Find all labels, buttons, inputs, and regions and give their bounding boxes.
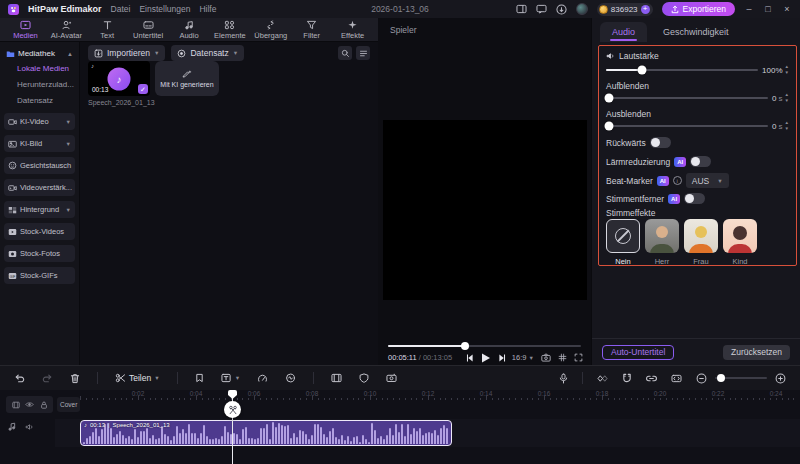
cover-clip[interactable]: Cover — [57, 397, 80, 412]
voice-effect-herr[interactable]: Herr — [645, 219, 679, 266]
generate-with-ai-button[interactable]: Mit KI generieren — [155, 61, 219, 96]
coin-balance[interactable]: 836923 + — [597, 3, 653, 16]
sidebar-item-lokale-medien[interactable]: Lokale Medien — [4, 60, 75, 76]
user-avatar[interactable] — [576, 3, 588, 15]
sidebar-item-ki-video[interactable]: KI-Video ▼ — [4, 113, 75, 130]
export-button[interactable]: Exportieren — [662, 2, 735, 16]
fit-timeline-icon[interactable] — [671, 374, 682, 383]
audio-denoise-icon[interactable] — [285, 373, 296, 383]
tab-elemente[interactable]: Elemente — [209, 19, 250, 40]
sidebar-item-videoverstaerker[interactable]: Videoverstärk... ▼ — [4, 179, 75, 196]
tab-audio[interactable]: Audio — [169, 19, 210, 40]
menu-datei[interactable]: Datei — [111, 4, 131, 14]
info-icon[interactable]: i — [673, 176, 682, 185]
datensatz-button[interactable]: Datensatz ▼ — [171, 45, 244, 61]
sidebar-item-gesichtstausch[interactable]: Gesichtstausch ▼ — [4, 157, 75, 174]
extract-frame-icon[interactable] — [331, 373, 342, 383]
minimize-button[interactable]: – — [744, 4, 754, 14]
microphone-icon[interactable] — [559, 373, 568, 384]
record-icon[interactable] — [386, 373, 397, 383]
volume-slider[interactable] — [606, 69, 758, 72]
keyframe-icon[interactable] — [597, 374, 608, 383]
stepper-arrows-icon[interactable]: ▲▼ — [785, 121, 789, 131]
maximize-button[interactable]: □ — [763, 4, 773, 14]
toggle-visibility-icon[interactable] — [25, 401, 34, 408]
noise-reduction-toggle[interactable] — [690, 156, 711, 167]
sidebar-item-herunterzuladen[interactable]: Herunterzulad... — [4, 76, 75, 92]
timeline-zoom-slider[interactable] — [715, 377, 767, 379]
voice-effect-kind[interactable]: Kind — [723, 219, 757, 266]
sidebar-item-stock-gifs[interactable]: GIF Stock-GIFs — [4, 267, 75, 284]
feedback-icon[interactable] — [536, 4, 547, 14]
timeline-ruler[interactable]: 0:020:040:060:080:100:120:140:160:180:20… — [0, 390, 800, 400]
add-coins-icon[interactable]: + — [641, 5, 650, 14]
tab-audio-settings[interactable]: Audio — [600, 22, 647, 42]
download-icon[interactable] — [556, 4, 567, 15]
next-frame-icon[interactable] — [498, 354, 505, 362]
tab-medien[interactable]: Medien — [5, 19, 46, 40]
snapshot-icon[interactable] — [541, 353, 551, 362]
redo-icon[interactable] — [42, 373, 53, 383]
tab-effekte[interactable]: Effekte — [332, 19, 373, 40]
prev-frame-icon[interactable] — [466, 354, 473, 362]
tab-untertitel[interactable]: Untertitel — [128, 19, 169, 40]
sidebar-item-ki-bild[interactable]: KI-Bild ▼ — [4, 135, 75, 152]
mute-track-icon[interactable] — [25, 423, 34, 431]
zoom-knob[interactable] — [717, 374, 725, 382]
audio-media-item[interactable]: ♪ ♪ 00:13 ✓ — [88, 61, 150, 96]
list-view-icon[interactable] — [356, 46, 370, 60]
aspect-ratio-select[interactable]: 16:9 ▼ — [512, 353, 534, 362]
sidebar-item-hintergrund[interactable]: Hintergrund ▼ — [4, 201, 75, 218]
reverse-toggle[interactable] — [650, 137, 671, 148]
seek-handle[interactable] — [461, 342, 469, 350]
fade-out-slider[interactable] — [606, 125, 768, 128]
tab-uebergang[interactable]: Übergang — [250, 19, 291, 40]
current-time: 00:05:11 — [388, 353, 417, 362]
fullscreen-icon[interactable] — [574, 353, 583, 362]
layout-icon[interactable] — [516, 4, 527, 14]
import-button[interactable]: Importieren ▼ — [88, 45, 165, 61]
split-button[interactable]: Teilen ▼ — [115, 373, 160, 383]
undo-icon[interactable] — [14, 373, 25, 383]
tab-geschwindigkeit[interactable]: Geschwindigkeit — [651, 22, 741, 42]
menu-hilfe[interactable]: Hilfe — [199, 4, 216, 14]
search-icon[interactable] — [338, 46, 352, 60]
auto-subtitle-button[interactable]: Auto-Untertitel — [602, 345, 674, 360]
voice-effect-none[interactable]: Nein — [606, 219, 640, 266]
grid-icon[interactable] — [558, 353, 567, 362]
seek-bar[interactable] — [388, 345, 581, 347]
play-icon[interactable] — [481, 353, 490, 363]
stepper-arrows-icon[interactable]: ▲▼ — [785, 65, 789, 75]
zoom-in-icon[interactable] — [775, 373, 786, 384]
sidebar-item-mediathek[interactable]: Mediathek ▲ — [4, 47, 75, 60]
fade-out-stepper[interactable]: 0 s ▲▼ — [772, 121, 789, 131]
volume-stepper[interactable]: 100% ▲▼ — [762, 65, 789, 75]
lock-track-icon[interactable] — [40, 401, 48, 409]
speed-icon[interactable] — [257, 373, 268, 383]
sidebar-item-stock-fotos[interactable]: Stock-Fotos — [4, 245, 75, 262]
split-cursor-icon[interactable] — [224, 401, 241, 418]
tab-ai-avatar[interactable]: AI-Avatar — [46, 19, 87, 40]
voice-remover-toggle[interactable] — [684, 193, 705, 204]
menu-einstellungen[interactable]: Einstellungen — [139, 4, 190, 14]
checkbox-checked-icon[interactable]: ✓ — [138, 84, 148, 94]
sidebar-item-datensatz[interactable]: Datensatz — [4, 92, 75, 108]
fade-in-slider[interactable] — [606, 97, 768, 100]
stepper-arrows-icon[interactable]: ▲▼ — [785, 93, 789, 103]
link-icon[interactable] — [646, 374, 657, 383]
zoom-out-icon[interactable] — [696, 373, 707, 384]
sidebar-item-stock-videos[interactable]: Stock-Videos — [4, 223, 75, 240]
magnet-icon[interactable] — [622, 373, 632, 383]
tab-filter[interactable]: Filter — [291, 19, 332, 40]
text-tool-icon[interactable]: ▼ — [221, 373, 240, 383]
reset-button[interactable]: Zurücksetzen — [723, 345, 790, 360]
marker-icon[interactable] — [195, 373, 204, 383]
close-button[interactable]: × — [782, 4, 792, 14]
audio-clip[interactable]: ♪ 00:13 | Speech_2026_01_13 — [80, 420, 452, 446]
delete-icon[interactable] — [70, 373, 80, 384]
mask-icon[interactable] — [359, 373, 369, 383]
beat-marker-select[interactable]: AUS ▼ — [686, 173, 729, 188]
tab-text[interactable]: Text — [87, 19, 128, 40]
voice-effect-frau[interactable]: Frau — [684, 219, 718, 266]
fade-in-stepper[interactable]: 0 s ▲▼ — [772, 93, 789, 103]
